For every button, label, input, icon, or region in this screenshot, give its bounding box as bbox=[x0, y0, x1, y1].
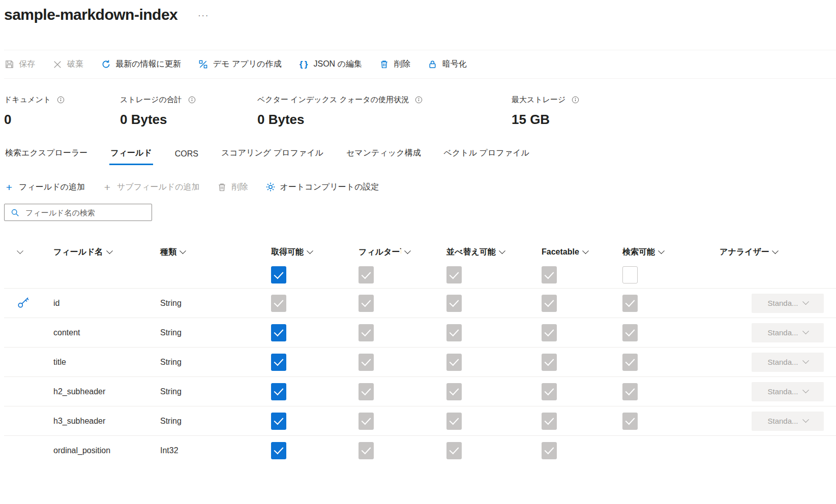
field-type: String bbox=[160, 328, 182, 337]
analyzer-dropdown[interactable]: Standa... bbox=[752, 412, 824, 431]
column-header-facetable[interactable]: Facetable bbox=[542, 247, 622, 257]
tab-fields[interactable]: フィールド bbox=[109, 145, 153, 165]
tab-cors[interactable]: CORS bbox=[174, 146, 199, 165]
info-icon[interactable] bbox=[415, 96, 423, 104]
analyzer-dropdown[interactable]: Standa... bbox=[752, 323, 824, 342]
select-all-menu-chevron[interactable] bbox=[18, 248, 22, 256]
trash-icon bbox=[217, 182, 227, 192]
tab-vector-profiles[interactable]: ベクトル プロファイル bbox=[443, 145, 530, 165]
sortable-checkbox bbox=[446, 442, 462, 459]
table-row[interactable]: h2_subheader String Standa... bbox=[4, 376, 836, 406]
sortable-checkbox bbox=[446, 383, 462, 400]
create-demo-app-button[interactable]: デモ アプリの作成 bbox=[198, 59, 282, 70]
field-type: Int32 bbox=[160, 446, 178, 455]
retrievable-checkbox[interactable] bbox=[271, 383, 286, 400]
stat-documents: ドキュメント 0 bbox=[4, 95, 120, 128]
facetable-checkbox bbox=[542, 354, 557, 371]
select-all-searchable-checkbox[interactable] bbox=[622, 266, 638, 284]
filterable-checkbox bbox=[359, 295, 374, 312]
retrievable-checkbox[interactable] bbox=[271, 413, 286, 430]
table-row[interactable]: content String Standa... bbox=[4, 318, 836, 347]
retrievable-checkbox[interactable] bbox=[271, 324, 286, 341]
filterable-checkbox bbox=[359, 354, 374, 371]
select-all-facetable-checkbox bbox=[542, 266, 557, 284]
field-type: String bbox=[160, 417, 182, 425]
field-search-input[interactable] bbox=[25, 208, 147, 217]
column-header-field-name[interactable]: フィールド名 bbox=[53, 247, 160, 258]
table-row[interactable]: h3_subheader String Standa... bbox=[4, 406, 836, 435]
chevron-down-icon bbox=[106, 247, 113, 254]
tab-scoring-profiles[interactable]: スコアリング プロファイル bbox=[220, 145, 324, 165]
chevron-down-icon bbox=[802, 357, 809, 364]
info-icon[interactable] bbox=[188, 96, 196, 104]
column-header-retrievable[interactable]: 取得可能 bbox=[271, 247, 359, 258]
analyzer-value: Standa... bbox=[767, 328, 798, 337]
analyzer-dropdown[interactable]: Standa... bbox=[752, 353, 824, 372]
column-header-filterable[interactable]: フィルター可 bbox=[359, 247, 446, 258]
stat-total-storage: ストレージの合計 0 Bytes bbox=[120, 95, 257, 128]
add-subfield-button: + サブフィールドの追加 bbox=[102, 182, 200, 193]
analyzer-dropdown[interactable]: Standa... bbox=[752, 294, 824, 313]
index-stats: ドキュメント 0 ストレージの合計 0 Bytes ベクター インデックス クォ… bbox=[4, 95, 836, 128]
stat-documents-value: 0 bbox=[4, 112, 120, 128]
analyzer-dropdown[interactable]: Standa... bbox=[752, 382, 824, 401]
discard-button: 破棄 bbox=[52, 59, 83, 70]
field-name: h3_subheader bbox=[53, 417, 105, 425]
field-type: String bbox=[160, 387, 182, 396]
chevron-down-icon bbox=[802, 328, 809, 334]
table-row[interactable]: ordinal_position Int32 bbox=[4, 435, 836, 465]
save-button: 保存 bbox=[4, 59, 35, 70]
add-field-button[interactable]: + フィールドの追加 bbox=[4, 182, 85, 193]
delete-button[interactable]: 削除 bbox=[379, 59, 410, 70]
facetable-checkbox bbox=[542, 413, 557, 430]
info-icon[interactable] bbox=[57, 96, 65, 104]
field-name: content bbox=[53, 328, 80, 337]
chevron-down-icon bbox=[582, 247, 589, 254]
select-all-row bbox=[4, 262, 836, 288]
searchable-checkbox bbox=[622, 295, 638, 312]
fields-table-header: フィールド名 種類 取得可能 フィルター可 並べ替え可能 Facetable 検… bbox=[4, 242, 836, 262]
refresh-button[interactable]: 最新の情報に更新 bbox=[101, 59, 181, 70]
add-icon: + bbox=[4, 182, 14, 192]
retrievable-checkbox[interactable] bbox=[271, 354, 286, 371]
column-header-searchable[interactable]: 検索可能 bbox=[622, 247, 720, 258]
command-bar: 保存 破棄 最新の情報に更新 デモ アプリの作成 { } JSON の編集 削除 bbox=[4, 50, 836, 79]
tab-search-explorer[interactable]: 検索エクスプローラー bbox=[4, 145, 88, 165]
column-header-analyzer[interactable]: アナライザー bbox=[720, 247, 836, 258]
chevron-down-icon bbox=[658, 247, 665, 254]
edit-json-button[interactable]: { } JSON の編集 bbox=[298, 59, 362, 70]
encryption-button[interactable]: 暗号化 bbox=[428, 59, 467, 70]
tab-semantic-config[interactable]: セマンティック構成 bbox=[345, 145, 422, 165]
filterable-checkbox bbox=[359, 383, 374, 400]
autocomplete-settings-button[interactable]: オートコンプリートの設定 bbox=[265, 182, 379, 193]
searchable-checkbox bbox=[622, 383, 638, 400]
analyzer-value: Standa... bbox=[767, 358, 798, 366]
select-all-retrievable-checkbox[interactable] bbox=[271, 266, 286, 284]
field-type: String bbox=[160, 358, 182, 366]
info-icon[interactable] bbox=[572, 96, 579, 104]
facetable-checkbox bbox=[542, 324, 557, 341]
gear-icon bbox=[265, 182, 276, 192]
column-header-sortable[interactable]: 並べ替え可能 bbox=[446, 247, 542, 258]
sortable-checkbox bbox=[446, 413, 462, 430]
stat-vector-quota-value: 0 Bytes bbox=[257, 112, 512, 128]
stat-max-storage-value: 15 GB bbox=[512, 112, 579, 128]
save-icon bbox=[4, 59, 14, 70]
stat-vector-quota: ベクター インデックス クォータの使用状況 0 Bytes bbox=[257, 95, 512, 128]
chevron-down-icon bbox=[499, 247, 505, 254]
field-type: String bbox=[160, 299, 182, 307]
column-header-type[interactable]: 種類 bbox=[160, 247, 271, 258]
field-toolbar: + フィールドの追加 + サブフィールドの追加 削除 オートコンプリートの設定 bbox=[4, 175, 836, 199]
refresh-icon bbox=[101, 59, 111, 70]
field-name: id bbox=[53, 299, 59, 307]
field-search-box bbox=[4, 204, 152, 221]
key-icon bbox=[17, 296, 30, 309]
table-row[interactable]: id String Standa... bbox=[4, 288, 836, 318]
sortable-checkbox bbox=[446, 324, 462, 341]
table-row[interactable]: title String Standa... bbox=[4, 347, 836, 376]
retrievable-checkbox[interactable] bbox=[271, 442, 286, 459]
field-name: ordinal_position bbox=[53, 446, 110, 455]
searchable-checkbox bbox=[622, 324, 638, 341]
more-options-button[interactable]: ··· bbox=[198, 11, 209, 20]
facetable-checkbox bbox=[542, 295, 557, 312]
